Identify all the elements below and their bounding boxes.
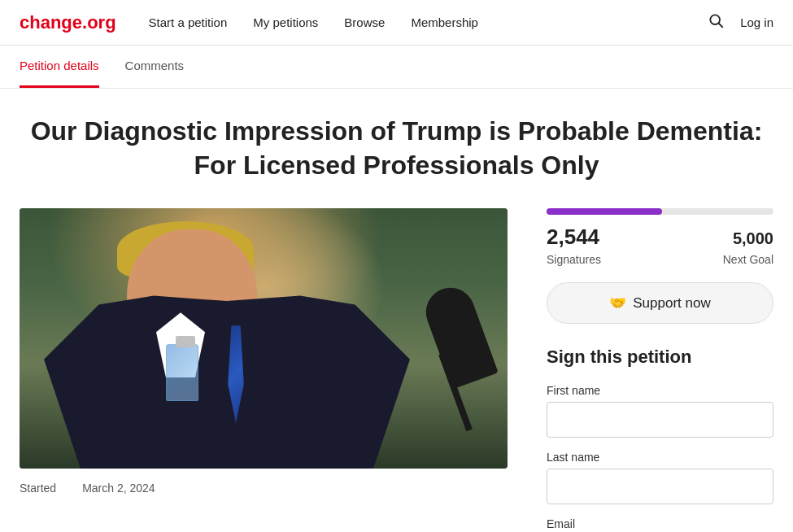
login-button[interactable]: Log in xyxy=(740,15,773,29)
next-goal-count: 5,000 xyxy=(733,229,773,248)
figure-bottle-cap xyxy=(176,336,195,347)
nav-membership[interactable]: Membership xyxy=(411,15,478,29)
main-nav: Start a petition My petitions Browse Mem… xyxy=(149,15,708,29)
last-name-group: Last name xyxy=(547,451,773,504)
petition-title: Our Diagnostic Impression of Trump is Pr… xyxy=(31,115,763,182)
last-name-label: Last name xyxy=(547,451,773,464)
started-label: Started xyxy=(20,482,56,495)
page-tabs: Petition details Comments xyxy=(0,46,793,89)
signatures-labels: Signatures Next Goal xyxy=(547,253,773,266)
support-now-button[interactable]: 🤝 Support now xyxy=(547,282,773,324)
figure-suit xyxy=(44,286,410,469)
content-grid: Started March 2, 2024 2,544 5,000 Signat… xyxy=(20,208,773,532)
tab-comments[interactable]: Comments xyxy=(125,46,185,88)
left-column: Started March 2, 2024 xyxy=(20,208,508,495)
progress-bar-container xyxy=(547,208,773,215)
right-column: 2,544 5,000 Signatures Next Goal 🤝 Suppo… xyxy=(547,208,773,532)
started-date: March 2, 2024 xyxy=(82,482,155,495)
progress-bar-fill xyxy=(547,208,662,215)
header: change.org Start a petition My petitions… xyxy=(0,0,793,46)
signatures-row: 2,544 5,000 xyxy=(547,225,773,250)
sign-petition-title: Sign this petition xyxy=(547,347,773,368)
email-label: Email xyxy=(547,517,773,530)
header-actions: Log in xyxy=(708,12,773,33)
last-name-input[interactable] xyxy=(547,469,773,504)
main-content: Our Diagnostic Impression of Trump is Pr… xyxy=(0,89,793,532)
svg-line-1 xyxy=(719,24,723,28)
signatures-count: 2,544 xyxy=(547,225,599,250)
figure-bottle xyxy=(166,344,198,401)
petition-meta: Started March 2, 2024 xyxy=(20,482,508,495)
nav-start-petition[interactable]: Start a petition xyxy=(149,15,228,29)
support-icon: 🤝 xyxy=(609,294,626,312)
first-name-group: First name xyxy=(547,384,773,438)
tab-petition-details[interactable]: Petition details xyxy=(20,46,99,88)
next-goal-label: Next Goal xyxy=(723,253,773,266)
petition-image xyxy=(20,208,508,469)
email-group: Email xyxy=(547,517,773,532)
first-name-input[interactable] xyxy=(547,402,773,438)
support-label: Support now xyxy=(633,295,710,312)
search-button[interactable] xyxy=(708,12,724,33)
first-name-label: First name xyxy=(547,384,773,397)
site-logo[interactable]: change.org xyxy=(20,12,116,33)
nav-my-petitions[interactable]: My petitions xyxy=(253,15,318,29)
signatures-label: Signatures xyxy=(547,253,601,266)
nav-browse[interactable]: Browse xyxy=(344,15,385,29)
